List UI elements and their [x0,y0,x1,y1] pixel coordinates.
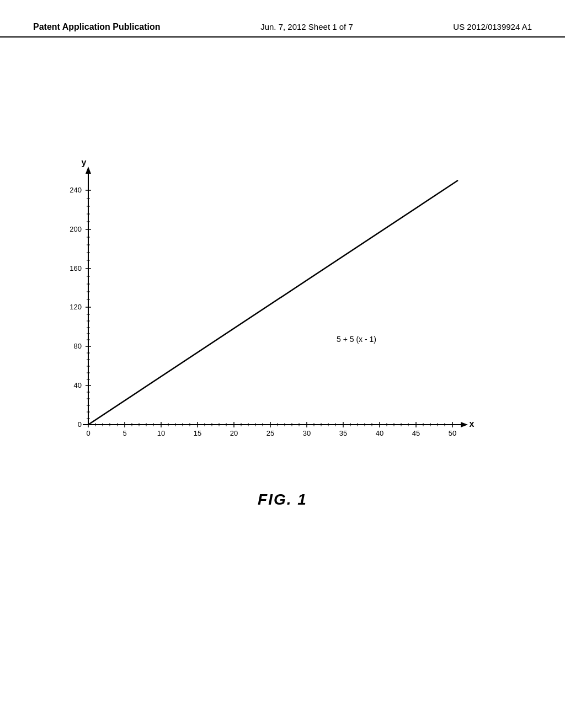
x-tick-40: 40 [376,429,383,437]
y-tick-240: 240 [70,186,82,194]
header-patent-number: US 2012/0139924 A1 [453,22,532,31]
x-tick-10: 10 [157,429,165,437]
x-axis-label: x [470,419,475,429]
y-tick-200: 200 [70,225,82,233]
y-tick-120: 120 [70,303,82,311]
x-tick-50: 50 [449,429,456,437]
x-tick-5: 5 [122,429,126,437]
y-axis-label: y [82,158,87,167]
x-tick-15: 15 [194,429,201,437]
x-tick-25: 25 [266,429,274,437]
figure-label: FIG. 1 [258,491,307,508]
svg-marker-3 [461,422,468,427]
y-tick-160: 160 [70,264,82,272]
header-publication-label: Patent Application Publication [33,22,161,32]
x-tick-35: 35 [339,429,347,437]
x-tick-30: 30 [303,429,311,437]
header-date-sheet: Jun. 7, 2012 Sheet 1 of 7 [260,22,353,31]
y-tick-0: 0 [78,420,82,429]
y-tick-80: 80 [74,342,82,350]
data-line [88,180,458,425]
chart-svg: y x 0 40 80 [44,154,475,463]
chart-area: y x 0 40 80 [44,154,475,463]
x-tick-0: 0 [86,429,90,437]
page: Patent Application Publication Jun. 7, 2… [0,0,565,728]
equation-label: 5 + 5 (x - 1) [337,335,376,344]
x-tick-45: 45 [412,429,420,437]
x-tick-20: 20 [230,429,238,437]
y-tick-40: 40 [74,381,82,389]
svg-marker-1 [86,167,91,174]
document-header: Patent Application Publication Jun. 7, 2… [0,0,565,38]
